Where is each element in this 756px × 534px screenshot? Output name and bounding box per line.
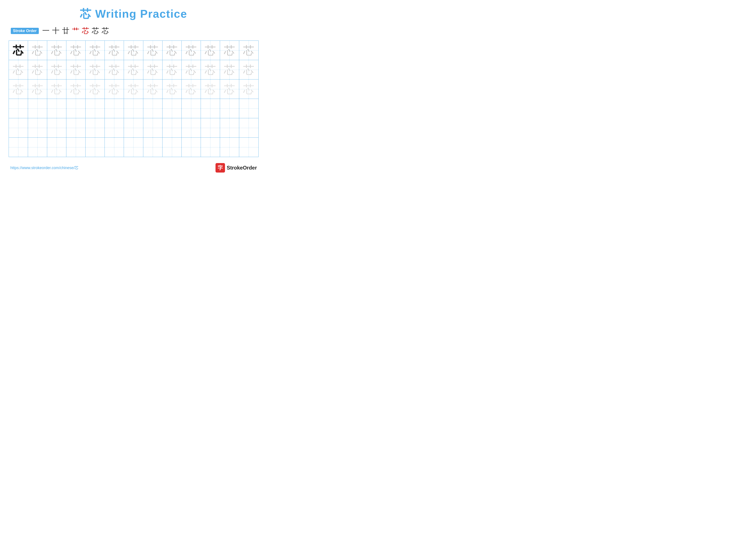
grid-cell-2-10[interactable]: 芯: [182, 60, 201, 79]
grid-cell-3-6[interactable]: 芯: [105, 80, 124, 99]
grid-cell-4-1[interactable]: [9, 99, 28, 118]
grid-cell-1-11[interactable]: 芯: [201, 41, 220, 60]
grid-cell-2-11[interactable]: 芯: [201, 60, 220, 79]
stroke-4: 艹: [72, 26, 79, 36]
grid-cell-1-5[interactable]: 芯: [86, 41, 105, 60]
stroke-6: 芯: [92, 26, 99, 36]
practice-grid: 芯 芯 芯 芯 芯 芯 芯 芯 芯 芯 芯 芯 芯 芯 芯 芯 芯 芯 芯 芯 …: [9, 40, 258, 157]
grid-cell-4-9[interactable]: [162, 99, 182, 118]
grid-cell-3-5[interactable]: 芯: [86, 80, 105, 99]
grid-cell-3-1[interactable]: 芯: [9, 80, 28, 99]
footer-brand: 字 StrokeOrder: [216, 163, 257, 172]
grid-cell-6-2[interactable]: [28, 138, 47, 157]
grid-cell-6-7[interactable]: [124, 138, 143, 157]
grid-cell-2-8[interactable]: 芯: [143, 60, 162, 79]
grid-cell-1-9[interactable]: 芯: [162, 41, 182, 60]
grid-cell-2-12[interactable]: 芯: [220, 60, 239, 79]
grid-cell-1-1[interactable]: 芯: [9, 41, 28, 60]
grid-cell-1-12[interactable]: 芯: [220, 41, 239, 60]
grid-cell-1-2[interactable]: 芯: [28, 41, 47, 60]
footer-url[interactable]: https://www.strokeorder.com/chinese/芯: [10, 165, 78, 170]
grid-cell-1-4[interactable]: 芯: [67, 41, 86, 60]
grid-cell-6-9[interactable]: [162, 138, 182, 157]
grid-cell-4-5[interactable]: [86, 99, 105, 118]
grid-row-5: [9, 118, 258, 138]
grid-cell-3-8[interactable]: 芯: [143, 80, 162, 99]
grid-cell-2-13[interactable]: 芯: [239, 60, 258, 79]
grid-cell-3-11[interactable]: 芯: [201, 80, 220, 99]
grid-cell-4-8[interactable]: [143, 99, 162, 118]
grid-cell-5-6[interactable]: [105, 118, 124, 138]
grid-cell-2-1[interactable]: 芯: [9, 60, 28, 79]
grid-cell-6-10[interactable]: [182, 138, 201, 157]
stroke-sequence: 一 十 廿 艹 芯 芯 芯: [42, 26, 109, 36]
grid-cell-2-3[interactable]: 芯: [47, 60, 67, 79]
grid-cell-1-8[interactable]: 芯: [143, 41, 162, 60]
grid-cell-4-4[interactable]: [67, 99, 86, 118]
stroke-2: 十: [52, 26, 60, 36]
grid-cell-5-2[interactable]: [28, 118, 47, 138]
stroke-3: 廿: [62, 26, 69, 36]
grid-cell-1-10[interactable]: 芯: [182, 41, 201, 60]
grid-cell-2-9[interactable]: 芯: [162, 60, 182, 79]
grid-cell-6-12[interactable]: [220, 138, 239, 157]
grid-cell-5-5[interactable]: [86, 118, 105, 138]
grid-cell-4-13[interactable]: [239, 99, 258, 118]
grid-cell-1-7[interactable]: 芯: [124, 41, 143, 60]
grid-cell-4-12[interactable]: [220, 99, 239, 118]
grid-cell-4-10[interactable]: [182, 99, 201, 118]
brand-name: StrokeOrder: [227, 165, 257, 171]
grid-cell-5-1[interactable]: [9, 118, 28, 138]
grid-cell-5-8[interactable]: [143, 118, 162, 138]
stroke-1: 一: [42, 26, 50, 36]
char-bold: 芯: [13, 45, 24, 56]
grid-cell-5-12[interactable]: [220, 118, 239, 138]
grid-cell-5-13[interactable]: [239, 118, 258, 138]
grid-cell-2-4[interactable]: 芯: [67, 60, 86, 79]
grid-cell-3-2[interactable]: 芯: [28, 80, 47, 99]
grid-cell-1-13[interactable]: 芯: [239, 41, 258, 60]
grid-cell-6-13[interactable]: [239, 138, 258, 157]
grid-cell-4-3[interactable]: [47, 99, 67, 118]
stroke-7: 芯: [102, 26, 109, 36]
grid-cell-5-9[interactable]: [162, 118, 182, 138]
grid-cell-2-2[interactable]: 芯: [28, 60, 47, 79]
grid-cell-1-3[interactable]: 芯: [47, 41, 67, 60]
grid-cell-4-6[interactable]: [105, 99, 124, 118]
grid-cell-2-7[interactable]: 芯: [124, 60, 143, 79]
grid-cell-6-8[interactable]: [143, 138, 162, 157]
stroke-5: 芯: [82, 26, 89, 36]
grid-row-6: [9, 138, 258, 157]
grid-cell-5-11[interactable]: [201, 118, 220, 138]
grid-cell-6-1[interactable]: [9, 138, 28, 157]
grid-cell-3-3[interactable]: 芯: [47, 80, 67, 99]
grid-cell-3-9[interactable]: 芯: [162, 80, 182, 99]
grid-cell-4-7[interactable]: [124, 99, 143, 118]
grid-cell-1-6[interactable]: 芯: [105, 41, 124, 60]
grid-cell-2-5[interactable]: 芯: [86, 60, 105, 79]
grid-cell-6-3[interactable]: [47, 138, 67, 157]
grid-cell-3-10[interactable]: 芯: [182, 80, 201, 99]
footer: https://www.strokeorder.com/chinese/芯 字 …: [9, 163, 258, 172]
grid-row-1: 芯 芯 芯 芯 芯 芯 芯 芯 芯 芯 芯 芯 芯: [9, 41, 258, 60]
grid-row-4: [9, 99, 258, 118]
grid-cell-6-4[interactable]: [67, 138, 86, 157]
grid-cell-6-6[interactable]: [105, 138, 124, 157]
grid-cell-3-13[interactable]: 芯: [239, 80, 258, 99]
grid-cell-5-3[interactable]: [47, 118, 67, 138]
brand-icon: 字: [216, 163, 225, 172]
grid-row-3: 芯 芯 芯 芯 芯 芯 芯 芯 芯 芯 芯 芯 芯: [9, 80, 258, 99]
grid-cell-5-10[interactable]: [182, 118, 201, 138]
grid-cell-2-6[interactable]: 芯: [105, 60, 124, 79]
grid-cell-3-4[interactable]: 芯: [67, 80, 86, 99]
grid-cell-4-11[interactable]: [201, 99, 220, 118]
stroke-order-row: Stroke Order 一 十 廿 艹 芯 芯 芯: [9, 26, 258, 36]
grid-cell-4-2[interactable]: [28, 99, 47, 118]
grid-row-2: 芯 芯 芯 芯 芯 芯 芯 芯 芯 芯 芯 芯 芯: [9, 60, 258, 80]
grid-cell-6-5[interactable]: [86, 138, 105, 157]
grid-cell-6-11[interactable]: [201, 138, 220, 157]
grid-cell-5-4[interactable]: [67, 118, 86, 138]
grid-cell-3-12[interactable]: 芯: [220, 80, 239, 99]
grid-cell-5-7[interactable]: [124, 118, 143, 138]
grid-cell-3-7[interactable]: 芯: [124, 80, 143, 99]
